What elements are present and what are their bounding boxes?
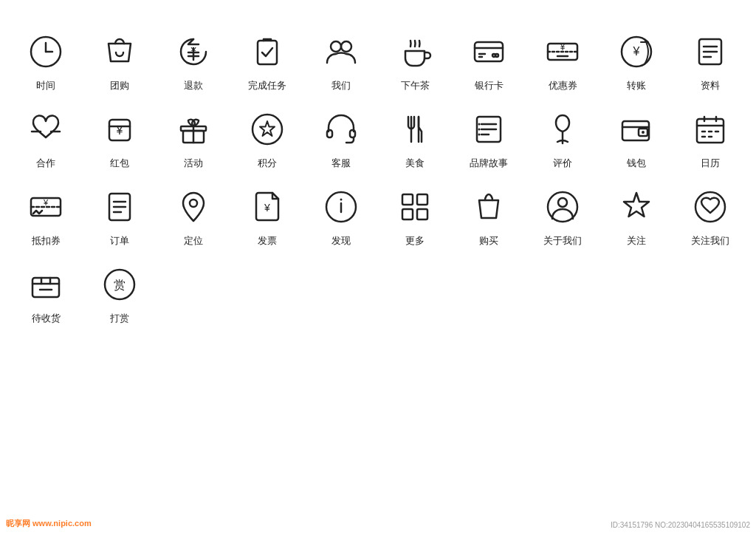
invoice-label: 发票 xyxy=(258,235,277,248)
wallet-label: 钱包 xyxy=(627,157,646,170)
icon-item-review: 评价 xyxy=(529,107,596,170)
transfer-label: 转账 xyxy=(627,80,646,92)
icon-item-calendar: 日历 xyxy=(677,107,743,170)
discover-icon xyxy=(319,185,363,229)
svg-rect-36 xyxy=(327,130,332,137)
icon-item-customer-service: 客服 xyxy=(308,107,374,170)
invoice-icon: ¥ xyxy=(245,185,289,229)
customer-service-icon xyxy=(319,107,363,151)
brand-story-icon xyxy=(467,107,511,151)
icon-item-discover: 发现 xyxy=(308,185,374,248)
svg-rect-75 xyxy=(417,209,427,219)
svg-text:¥: ¥ xyxy=(633,45,640,58)
icon-item-coupon: ¥ 优惠券 xyxy=(529,30,596,92)
svg-text:¥: ¥ xyxy=(264,202,270,214)
coupon-label: 优惠券 xyxy=(549,80,577,92)
svg-point-50 xyxy=(642,131,645,134)
svg-rect-37 xyxy=(350,130,355,137)
red-packet-icon: ¥ xyxy=(97,107,142,151)
us-icon xyxy=(319,30,363,74)
icon-item-transfer: ¥ 转账 xyxy=(603,30,670,92)
location-label: 定位 xyxy=(184,235,203,248)
icon-item-wallet: 钱包 xyxy=(603,107,670,170)
svg-text:¥: ¥ xyxy=(190,45,196,56)
svg-rect-74 xyxy=(402,209,413,219)
svg-rect-10 xyxy=(475,42,503,61)
icon-item-profile: 资料 xyxy=(677,30,743,92)
pending-receipt-label: 待收货 xyxy=(32,313,61,325)
more-label: 更多 xyxy=(405,235,425,248)
us-label: 我们 xyxy=(331,80,351,92)
icon-item-time: 时间 xyxy=(13,30,79,92)
wallet-icon xyxy=(614,107,659,151)
svg-point-15 xyxy=(495,54,498,57)
bank-card-icon xyxy=(467,30,511,74)
follow-us-label: 关注我们 xyxy=(691,235,729,248)
food-icon xyxy=(393,107,437,151)
svg-point-8 xyxy=(331,41,341,52)
coupon-icon: ¥ xyxy=(540,30,585,74)
follow-label: 关注 xyxy=(627,235,646,248)
cooperate-label: 合作 xyxy=(36,157,55,170)
follow-us-icon xyxy=(688,185,732,229)
order-icon xyxy=(97,185,142,229)
discover-label: 发现 xyxy=(331,235,351,248)
svg-rect-79 xyxy=(32,278,59,297)
profile-icon xyxy=(688,30,732,74)
icon-item-more: 更多 xyxy=(382,185,448,248)
icon-item-invoice: ¥ 发票 xyxy=(234,185,300,248)
icon-item-complete-task: 完成任务 xyxy=(234,30,300,92)
svg-point-78 xyxy=(695,192,725,222)
svg-point-44 xyxy=(478,123,481,125)
pending-receipt-icon xyxy=(24,262,68,307)
profile-label: 资料 xyxy=(701,80,720,92)
icon-item-about-us: 关于我们 xyxy=(529,185,596,248)
icon-item-us: 我们 xyxy=(308,30,374,92)
icon-item-afternoon-tea: 下午茶 xyxy=(382,30,448,92)
activity-label: 活动 xyxy=(184,157,203,170)
complete-task-label: 完成任务 xyxy=(248,80,286,92)
svg-rect-73 xyxy=(417,194,427,205)
icon-item-cooperate: 合作 xyxy=(13,107,79,170)
watermark-left: 昵享网 www.nipic.com xyxy=(6,518,92,529)
group-buy-icon xyxy=(97,30,142,74)
points-label: 积分 xyxy=(258,157,277,170)
about-us-icon xyxy=(540,185,585,229)
icon-item-pending-receipt: 待收货 xyxy=(13,262,79,325)
discount-voucher-label: 抵扣券 xyxy=(32,235,61,248)
svg-point-67 xyxy=(190,200,197,207)
follow-icon xyxy=(614,185,659,229)
reward-label: 打赏 xyxy=(110,313,129,325)
time-icon xyxy=(24,30,68,74)
customer-service-label: 客服 xyxy=(331,157,351,170)
svg-point-46 xyxy=(478,133,481,135)
more-icon xyxy=(393,185,437,229)
svg-text:¥: ¥ xyxy=(560,42,566,52)
afternoon-tea-label: 下午茶 xyxy=(401,80,430,92)
svg-point-9 xyxy=(341,41,351,52)
calendar-label: 日历 xyxy=(701,157,720,170)
svg-text:¥: ¥ xyxy=(43,198,49,207)
brand-story-label: 品牌故事 xyxy=(470,157,508,170)
icon-item-follow: 关注 xyxy=(603,185,670,248)
afternoon-tea-icon xyxy=(393,30,437,74)
icon-item-purchase: 购买 xyxy=(456,185,522,248)
svg-point-45 xyxy=(478,128,481,130)
svg-marker-35 xyxy=(260,121,275,136)
icon-item-activity: 活动 xyxy=(160,107,227,170)
time-label: 时间 xyxy=(36,80,55,92)
icon-item-red-packet: ¥ 红包 xyxy=(86,107,153,170)
cooperate-icon xyxy=(24,107,68,151)
watermark-right: ID:34151796 NO:20230404165535109102 xyxy=(611,521,750,529)
red-packet-label: 红包 xyxy=(110,157,129,170)
order-label: 订单 xyxy=(110,235,129,248)
svg-rect-72 xyxy=(402,194,413,205)
svg-rect-48 xyxy=(622,121,649,140)
purchase-icon xyxy=(467,185,511,229)
icon-item-reward: 赏 打赏 xyxy=(86,262,153,325)
location-icon xyxy=(171,185,216,229)
svg-point-77 xyxy=(558,198,567,207)
icon-item-points: 积分 xyxy=(234,107,300,170)
icon-item-food: 美食 xyxy=(382,107,448,170)
svg-text:赏: 赏 xyxy=(114,279,126,291)
